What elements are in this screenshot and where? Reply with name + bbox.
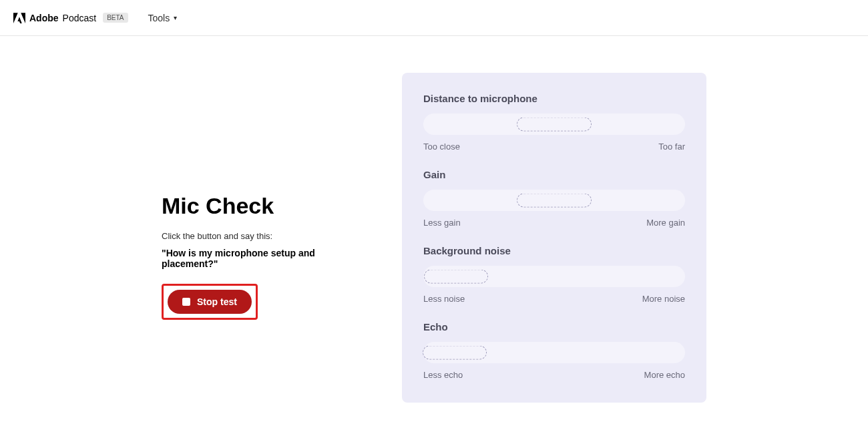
metric-label-right: Too far <box>658 142 685 152</box>
adobe-icon <box>13 13 25 23</box>
metric-0: Distance to microphoneToo closeToo far <box>423 93 685 152</box>
metric-track <box>423 114 685 135</box>
tools-menu[interactable]: Tools ▾ <box>148 13 178 23</box>
tools-label: Tools <box>148 13 170 23</box>
metric-indicator <box>517 118 592 132</box>
main-content: Mic Check Click the button and say this:… <box>0 36 868 403</box>
metric-labels: Less echoMore echo <box>423 370 685 380</box>
stop-button-label: Stop test <box>197 296 237 307</box>
metric-label-left: Less gain <box>423 218 461 228</box>
metric-indicator <box>517 194 592 208</box>
metric-label-right: More echo <box>644 370 685 380</box>
metric-3: EchoLess echoMore echo <box>423 321 685 380</box>
stop-icon <box>182 298 190 306</box>
metric-title: Echo <box>423 321 685 333</box>
metric-label-left: Less echo <box>423 370 463 380</box>
metric-indicator <box>423 346 487 360</box>
beta-badge: BETA <box>103 13 128 23</box>
metric-track <box>423 190 685 211</box>
brand-logo-group[interactable]: Adobe Podcast BETA <box>13 13 128 23</box>
page-title: Mic Check <box>162 193 362 219</box>
highlight-box: Stop test <box>162 284 258 320</box>
stop-test-button[interactable]: Stop test <box>168 290 252 314</box>
metric-track <box>423 342 685 363</box>
metrics-panel: Distance to microphoneToo closeToo farGa… <box>402 73 706 403</box>
metric-labels: Less noiseMore noise <box>423 294 685 304</box>
metric-label-left: Less noise <box>423 294 465 304</box>
metric-track <box>423 266 685 287</box>
left-panel: Mic Check Click the button and say this:… <box>162 73 362 403</box>
metric-title: Background noise <box>423 245 685 256</box>
metric-label-right: More noise <box>642 294 685 304</box>
instruction-text: Click the button and say this: <box>162 231 362 241</box>
metric-labels: Less gainMore gain <box>423 218 685 228</box>
chevron-down-icon: ▾ <box>174 14 177 21</box>
metric-1: GainLess gainMore gain <box>423 169 685 228</box>
metric-label-right: More gain <box>646 218 685 228</box>
metric-labels: Too closeToo far <box>423 142 685 152</box>
brand-adobe-text: Adobe <box>29 13 59 23</box>
test-phrase: "How is my microphone setup and placemen… <box>162 248 362 269</box>
metric-title: Distance to microphone <box>423 93 685 104</box>
metric-title: Gain <box>423 169 685 180</box>
brand-podcast-text: Podcast <box>63 13 97 23</box>
metric-indicator <box>424 270 488 284</box>
metric-label-left: Too close <box>423 142 460 152</box>
header: Adobe Podcast BETA Tools ▾ <box>0 0 868 36</box>
metric-2: Background noiseLess noiseMore noise <box>423 245 685 304</box>
